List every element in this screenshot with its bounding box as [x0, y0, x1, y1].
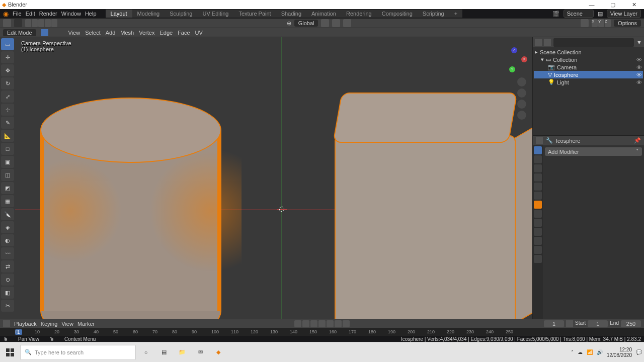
navigation-gizmo[interactable]: X Y Z [502, 47, 527, 72]
tab-rendering[interactable]: Rendering [341, 10, 377, 18]
visibility-toggle-icon[interactable]: 👁 [636, 72, 642, 78]
modifiers-tab[interactable] [534, 210, 542, 218]
knife-tool[interactable]: 🔪 [1, 208, 14, 220]
perspective-toggle-icon[interactable] [517, 111, 526, 120]
annotate-tool[interactable]: ✎ [1, 117, 14, 129]
constraints-tab[interactable] [534, 237, 542, 245]
pin-icon[interactable]: 📌 [634, 137, 641, 144]
outliner-filter-icon[interactable]: ▼ [636, 39, 642, 45]
tab-layout[interactable]: Layout [106, 10, 132, 18]
cortana-icon[interactable]: ○ [138, 344, 154, 360]
render-tab[interactable] [534, 155, 542, 163]
outliner-search-input[interactable] [553, 38, 634, 47]
polybuild-tool[interactable]: ◈ [1, 221, 14, 233]
mail-icon[interactable]: ✉ [192, 344, 208, 360]
pivot-icon[interactable] [321, 19, 329, 27]
3d-viewport[interactable]: Camera Perspective (1) Icosphere X Y Z [15, 37, 532, 319]
cursor-tool-icon[interactable] [3, 19, 11, 27]
physics-tab[interactable] [534, 228, 542, 236]
snap-btn-4[interactable] [45, 19, 51, 27]
scene-field[interactable]: Scene [564, 10, 594, 18]
mesh-menu[interactable]: Mesh [120, 30, 134, 36]
gizmo-toggle-icon[interactable] [581, 19, 589, 27]
pan-icon[interactable] [517, 88, 526, 98]
outliner-collection[interactable]: ▾ ▭ Collection 👁 [534, 56, 643, 63]
jump-prev-keyframe-icon[interactable] [310, 320, 317, 327]
outliner-item-light[interactable]: 💡 Light 👁 [534, 78, 643, 86]
face-menu[interactable]: Face [178, 30, 190, 36]
edge-select-mode[interactable] [49, 29, 56, 36]
file-explorer-icon[interactable]: 📁 [174, 344, 190, 360]
mode-dropdown[interactable]: Edit Mode [3, 29, 36, 36]
extrude-tool[interactable]: ▣ [1, 156, 14, 168]
uv-menu[interactable]: UV [195, 30, 203, 36]
world-tab[interactable] [534, 192, 542, 200]
jump-start-icon[interactable] [302, 320, 309, 327]
snap-btn-1[interactable] [25, 19, 31, 27]
measure-tool[interactable]: 📐 [1, 130, 14, 142]
scene-tab[interactable] [534, 183, 542, 191]
tab-compositing[interactable]: Compositing [377, 10, 418, 18]
jump-next-keyframe-icon[interactable] [335, 320, 342, 327]
outliner-scene-collection[interactable]: ▸ Scene Collection [534, 48, 643, 56]
chevron-up-icon[interactable]: ˄ [571, 349, 574, 355]
outliner-display-mode-icon[interactable] [535, 39, 542, 46]
material-tab[interactable] [534, 255, 542, 263]
modifier-tab[interactable] [534, 146, 542, 154]
tab-texture-paint[interactable]: Texture Paint [233, 10, 276, 18]
mesh-data-tab[interactable] [534, 246, 542, 254]
menu-window[interactable]: Window [61, 11, 81, 17]
volume-icon[interactable]: 🔊 [597, 349, 603, 355]
view-menu[interactable]: View [68, 30, 80, 36]
smooth-tool[interactable]: 〰 [1, 247, 14, 259]
particles-tab[interactable] [534, 219, 542, 227]
proportional-edit-icon[interactable] [343, 19, 351, 27]
tab-add-workspace[interactable]: + [449, 10, 462, 18]
edge-slide-tool[interactable]: ⇄ [1, 260, 14, 273]
visibility-toggle-icon[interactable]: 👁 [636, 57, 642, 63]
add-modifier-button[interactable]: Add Modifier ˅ [545, 147, 642, 156]
playback-menu[interactable]: Playback [14, 321, 37, 327]
move-tool[interactable]: ✥ [1, 64, 14, 76]
tab-shading[interactable]: Shading [276, 10, 306, 18]
cursor-tool[interactable]: ✛ [1, 51, 14, 63]
tab-modeling[interactable]: Modeling [132, 10, 165, 18]
taskbar-search[interactable]: 🔍 Type here to search [20, 345, 136, 360]
properties-editor-icon[interactable] [536, 137, 543, 144]
loopcut-tool[interactable]: ▦ [1, 195, 14, 207]
transform-tool[interactable]: ⊹ [1, 104, 14, 116]
axis-x-toggle[interactable]: X [592, 19, 598, 27]
face-select-mode[interactable] [56, 29, 63, 36]
inset-tool[interactable]: ◫ [1, 169, 14, 181]
jump-end-icon[interactable] [343, 320, 350, 327]
add-menu[interactable]: Add [106, 30, 116, 36]
add-cube-tool[interactable]: □ [1, 143, 14, 155]
outliner-type-icon[interactable] [544, 39, 551, 46]
tab-sculpting[interactable]: Sculpting [165, 10, 197, 18]
tab-scripting[interactable]: Scripting [418, 10, 449, 18]
menu-file[interactable]: File [13, 11, 22, 17]
transform-orientation-dropdown[interactable]: Global [294, 20, 318, 27]
viewlayer-tab[interactable] [534, 173, 542, 182]
timeline-editor-icon[interactable] [3, 320, 10, 327]
visibility-toggle-icon[interactable]: 👁 [636, 79, 642, 85]
snap-toggle-icon[interactable] [332, 19, 340, 27]
bevel-tool[interactable]: ◩ [1, 182, 14, 194]
zoom-icon[interactable] [517, 77, 526, 86]
tab-animation[interactable]: Animation [306, 10, 341, 18]
snap-btn-2[interactable] [32, 19, 38, 27]
play-reverse-icon[interactable] [318, 320, 326, 327]
keying-menu[interactable]: Keying [41, 321, 58, 327]
clock[interactable]: 12:20 12/08/2020 [607, 347, 632, 358]
outliner[interactable]: ▸ Scene Collection ▾ ▭ Collection 👁 📷 Ca… [533, 47, 644, 135]
axis-z-toggle[interactable]: Z [605, 19, 611, 27]
output-tab[interactable] [534, 164, 542, 172]
preview-range-icon[interactable] [566, 320, 573, 327]
snap-btn-3[interactable] [38, 19, 44, 27]
options-dropdown[interactable]: Options [614, 20, 641, 27]
window-maximize-button[interactable]: ▢ [605, 2, 621, 8]
wifi-icon[interactable]: 📶 [587, 349, 593, 355]
axis-y-toggle[interactable]: Y [598, 19, 604, 27]
spin-tool[interactable]: ◐ [1, 234, 14, 246]
start-frame-field[interactable]: 1 [588, 320, 608, 327]
